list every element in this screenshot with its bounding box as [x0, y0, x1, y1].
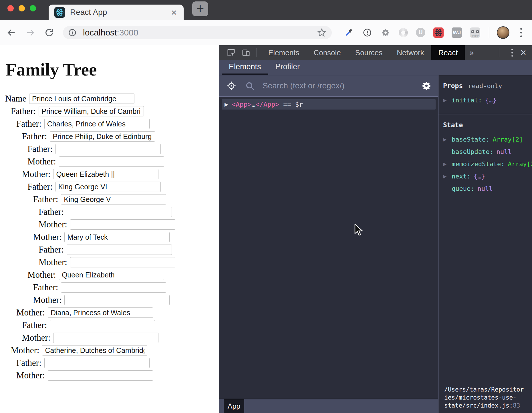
relation-label: Mother: — [16, 370, 45, 381]
extensions-strip: U WJ ember — [344, 27, 480, 38]
source-location[interactable]: /Users/taras/Repositor ies/microstates-u… — [438, 386, 532, 413]
relation-label: Mother: — [22, 333, 51, 343]
devtools-tab[interactable]: Sources — [348, 45, 390, 60]
devtools-tabs: Elements Console Sources Network React — [261, 45, 465, 60]
state-section: State ▶ baseState: Array[2] ▶ baseUpdate… — [438, 114, 532, 199]
select-element-locate-icon[interactable] — [226, 81, 237, 91]
react-devtools-subtab[interactable]: Profiler — [268, 60, 307, 75]
devtools-menu-icon[interactable] — [510, 48, 514, 58]
person-name-input[interactable] — [70, 257, 175, 267]
person-name-input[interactable] — [55, 182, 161, 192]
property-key: queue: — [452, 185, 474, 192]
property-row[interactable]: ▶ initial: {…} — [443, 94, 532, 106]
state-title: State — [443, 121, 463, 129]
expand-triangle-icon[interactable]: ▶ — [443, 174, 452, 179]
person-name-input[interactable] — [64, 295, 170, 305]
person-name-input[interactable] — [29, 94, 134, 104]
devtools-tab[interactable]: Network — [390, 45, 431, 60]
person-name-input[interactable] — [39, 106, 144, 116]
site-info-icon[interactable] — [68, 28, 77, 37]
person-name-input[interactable] — [70, 219, 175, 230]
family-tree-row: Mother: — [0, 270, 219, 280]
wallaby-extension-icon[interactable]: WJ — [452, 27, 462, 38]
person-name-input[interactable] — [44, 119, 150, 129]
bookmark-star-icon[interactable] — [317, 28, 327, 37]
family-tree-row: Mother: — [0, 295, 219, 305]
new-tab-button[interactable]: + — [192, 1, 208, 16]
family-tree-row: Father: — [0, 245, 219, 255]
inspect-element-icon[interactable] — [226, 47, 237, 58]
person-name-input[interactable] — [61, 194, 166, 204]
person-name-input[interactable] — [48, 370, 153, 381]
app-component-row[interactable]: ▶ <App>…</App> == $r — [222, 99, 436, 110]
component-tree: ▶ <App>…</App> == $r — [219, 97, 438, 399]
relation-label: Father: — [16, 119, 41, 129]
children-ellipsis: … — [251, 101, 255, 108]
person-name-input[interactable] — [64, 232, 170, 242]
devtools-tab-bar: Elements Console Sources Network React »… — [219, 45, 532, 60]
react-devtools-subtabs: Elements Profiler — [219, 60, 532, 75]
expand-triangle-icon[interactable]: ▶ — [443, 137, 452, 142]
family-tree-row: Mother: — [0, 345, 219, 356]
profile-avatar[interactable] — [497, 26, 509, 39]
person-name-input[interactable] — [67, 207, 172, 217]
devtools-tab[interactable]: Console — [306, 45, 348, 60]
relation-label: Father: — [22, 131, 47, 142]
breadcrumb-app-badge[interactable]: App — [224, 399, 244, 413]
person-name-input[interactable] — [61, 282, 166, 293]
tabbar-separator — [256, 48, 257, 57]
family-tree-row: Father: — [0, 358, 219, 368]
browser-tab[interactable]: React App × — [49, 5, 184, 20]
browser-menu-icon[interactable] — [519, 26, 524, 39]
family-tree-row: Mother: — [0, 232, 219, 242]
person-name-input[interactable] — [50, 320, 155, 330]
person-name-input[interactable] — [59, 156, 164, 167]
person-name-input[interactable] — [67, 245, 172, 255]
person-name-input[interactable] — [55, 144, 161, 154]
person-name-input[interactable] — [59, 270, 164, 280]
react-devtools-subtab[interactable]: Elements — [222, 60, 268, 75]
password-manager-extension-icon[interactable] — [362, 27, 372, 38]
window-zoom-button[interactable] — [30, 5, 36, 11]
property-row[interactable]: ▶ baseState: Array[2] — [443, 133, 532, 146]
family-tree-row: Mother: — [0, 156, 219, 167]
person-name-input[interactable] — [44, 358, 150, 368]
expand-triangle-icon[interactable]: ▶ — [225, 102, 228, 107]
expand-triangle-icon[interactable]: ▶ — [443, 98, 452, 103]
property-row[interactable]: ▶ baseUpdate: null — [443, 146, 532, 158]
property-row[interactable]: ▶ memoizedState: Array[2] — [443, 158, 532, 170]
react-devtools-extension-icon[interactable] — [433, 27, 444, 38]
person-name-input[interactable] — [50, 131, 155, 142]
u-extension-icon[interactable]: U — [416, 28, 425, 37]
forward-button-icon[interactable] — [24, 26, 37, 39]
devtools-tab[interactable]: React — [431, 45, 465, 60]
url-text[interactable]: localhost:3000 — [83, 28, 138, 37]
devtools-tab[interactable]: Elements — [261, 45, 306, 60]
window-minimize-button[interactable] — [19, 5, 25, 11]
swirl-extension-icon[interactable] — [399, 28, 408, 37]
device-toolbar-icon[interactable] — [241, 47, 251, 58]
expand-triangle-icon[interactable]: ▶ — [443, 161, 452, 167]
back-button-icon[interactable] — [5, 26, 18, 39]
family-tree-row: Father: — [0, 282, 219, 293]
search-input[interactable] — [262, 81, 417, 91]
ember-inspector-extension-icon[interactable]: ember — [470, 27, 480, 38]
address-bar[interactable]: localhost:3000 — [63, 26, 332, 39]
person-name-input[interactable] — [42, 345, 147, 356]
devtools-close-icon[interactable]: × — [520, 47, 526, 58]
person-name-input[interactable] — [53, 169, 158, 179]
person-name-input[interactable] — [48, 307, 153, 318]
person-name-input[interactable] — [53, 333, 158, 343]
settings-gear-icon[interactable] — [421, 81, 432, 91]
property-row[interactable]: ▶ queue: null — [443, 182, 532, 195]
family-tree-row: Mother: — [0, 333, 219, 343]
window-close-button[interactable] — [7, 5, 14, 11]
more-tabs-chevron-icon[interactable]: » — [469, 48, 474, 57]
adblock-gear-extension-icon[interactable] — [380, 27, 391, 38]
tab-close-icon[interactable]: × — [170, 7, 178, 17]
property-row[interactable]: ▶ next: {…} — [443, 170, 532, 182]
property-key: baseUpdate: — [452, 148, 493, 155]
reload-button-icon[interactable] — [43, 26, 55, 39]
eyedropper-extension-icon[interactable] — [344, 27, 354, 38]
relation-label: Mother: — [11, 345, 39, 356]
